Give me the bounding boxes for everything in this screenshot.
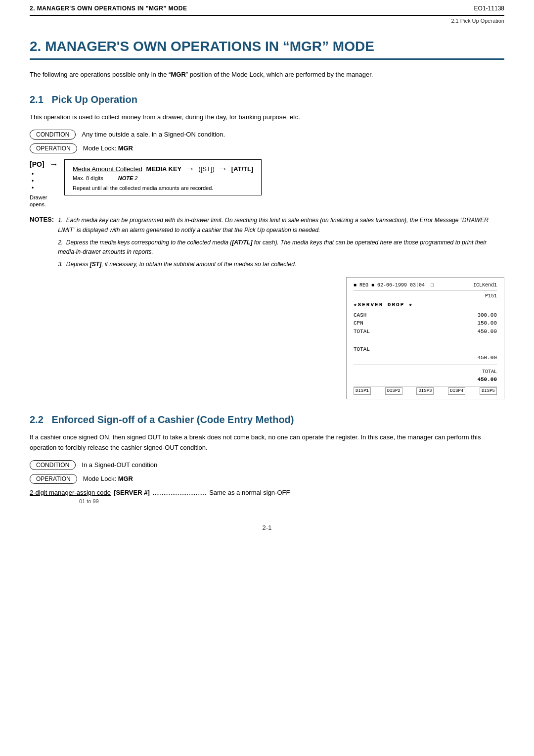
condition-row-22: CONDITION In a Signed-OUT condition <box>30 460 504 470</box>
section-22-title: Enforced Sign-off of a Cashier (Code Ent… <box>51 414 294 425</box>
flow-arrow-1: → <box>49 159 58 170</box>
sub-indent-01-99: 01 to 99 <box>79 498 504 504</box>
flow-dots: .............................. <box>153 489 206 496</box>
receipt-row-cash: CASH 300.00 <box>354 311 497 320</box>
doc-header: 2. MANAGER'S OWN OPERATIONS IN "MGR" MOD… <box>30 0 504 16</box>
receipt-row-total2: TOTAL <box>354 345 497 354</box>
receipt-header: ■ REG ■ 02-06-1999 03:04 □ ICLKend1 <box>354 282 497 290</box>
receipt-row-cpn: CPN 150.00 <box>354 319 497 328</box>
operation-badge-22: OPERATION <box>30 474 77 484</box>
flow-repeat-text: Repeat until all the collected media amo… <box>73 185 253 191</box>
flow-arrow-2: → <box>185 164 194 174</box>
operation-row-22: OPERATION Mode Lock: MGR <box>30 474 504 484</box>
section-21-body: This operation is used to collect money … <box>30 112 504 123</box>
receipt-total-label-bottom: TOTAL <box>354 368 497 376</box>
receipt-btn-disp2: DISP2 <box>385 387 402 395</box>
flow-diagram-21: [PO] → • • • Draweropens. Media Amount C… <box>30 159 504 208</box>
receipt-header-right: ICLKend1 <box>473 282 497 289</box>
section-21-number: 2.1 <box>30 94 44 105</box>
section-22: 2.2 Enforced Sign-off of a Cashier (Code… <box>30 414 504 504</box>
note-1: 1. Each media key can be programmed with… <box>58 216 504 235</box>
receipt-total1-value: 450.00 <box>477 328 497 336</box>
flow-code-box: 2-digit manager-assign code <box>30 489 111 496</box>
receipt-btn-disp1: DISP1 <box>354 387 371 395</box>
operation-row-21: OPERATION Mode Lock: MGR <box>30 143 504 153</box>
header-right: EO1-11138 <box>474 5 504 12</box>
receipt-btn-disp5: DISP5 <box>480 387 497 395</box>
notes-label: NOTES: <box>30 216 54 269</box>
flow-box1: Media Amount Collected <box>73 165 142 173</box>
flow-result: Same as a normal sign-OFF <box>209 489 290 496</box>
code-flow-row: 2-digit manager-assign code [SERVER #] .… <box>30 489 504 496</box>
receipt-container: ■ REG ■ 02-06-1999 03:04 □ ICLKend1 P151… <box>30 277 504 399</box>
receipt-cash-label: CASH <box>354 311 366 320</box>
section-22-heading: 2.2 Enforced Sign-off of a Cashier (Code… <box>30 414 504 425</box>
receipt-450-mid: 450.00 <box>354 354 497 362</box>
intro-paragraph: The following are operations possible on… <box>30 70 504 80</box>
receipt-header-left: ■ REG ■ 02-06-1999 03:04 □ <box>354 282 437 289</box>
section-22-number: 2.2 <box>30 414 44 425</box>
flow-server-hash: [SERVER #] <box>114 489 150 496</box>
receipt-row-total1: TOTAL 450.00 <box>354 328 497 336</box>
page-footer: 2-1 <box>30 524 504 531</box>
operation-text-22: Mode Lock: MGR <box>83 475 133 482</box>
chapter-title: 2. MANAGER'S OWN OPERATIONS IN “MGR” MOD… <box>30 39 504 60</box>
receipt-total-bottom: 450.00 <box>354 376 497 384</box>
flow-sub-maxdigits: Max. 8 digits <box>73 175 103 181</box>
chapter-number: 2. <box>30 39 41 54</box>
chapter-title-text: MANAGER'S OWN OPERATIONS IN “MGR” MODE <box>45 39 374 54</box>
flow-dot-2: • <box>32 178 34 185</box>
notes-section-21: NOTES: 1. Each media key can be programm… <box>30 216 504 269</box>
section-22-body: If a cashier once signed ON, then signed… <box>30 432 504 453</box>
operation-badge-21: OPERATION <box>30 143 77 153</box>
receipt-total1-label: TOTAL <box>354 328 370 336</box>
flow-mediakey: MEDIA KEY <box>144 165 181 173</box>
receipt-divider <box>354 365 497 365</box>
section-21-heading: 2.1 Pick Up Operation <box>30 94 504 105</box>
condition-row-21: CONDITION Any time outside a sale, in a … <box>30 130 504 140</box>
flow-note-label: NOTE 2 <box>118 175 138 181</box>
section-21-title: Pick Up Operation <box>51 94 137 105</box>
header-left: 2. MANAGER'S OWN OPERATIONS IN "MGR" MOD… <box>30 5 187 12</box>
operation-text-21: Mode Lock: MGR <box>83 144 133 152</box>
page-number: 2-1 <box>263 524 272 531</box>
flow-arrow-3: → <box>219 164 227 174</box>
receipt-p151: P151 <box>354 292 497 300</box>
receipt: ■ REG ■ 02-06-1999 03:04 □ ICLKend1 P151… <box>346 277 504 399</box>
flow-dot-3: • <box>32 185 34 191</box>
receipt-cash-value: 300.00 <box>477 311 497 320</box>
receipt-cpn-value: 150.00 <box>477 319 497 328</box>
receipt-total2-label: TOTAL <box>354 345 370 354</box>
flow-drawer-label: Draweropens. <box>30 194 47 208</box>
receipt-cpn-label: CPN <box>354 319 363 328</box>
condition-text-21: Any time outside a sale, in a Signed-ON … <box>82 131 225 138</box>
flow-box3: [AT/TL] <box>231 165 254 173</box>
receipt-server-drop: ★SERVER DROP ★ <box>354 301 497 309</box>
flow-dot-1: • <box>32 171 34 178</box>
condition-badge-21: CONDITION <box>30 130 76 140</box>
condition-text-22: In a Signed-OUT condition <box>82 461 157 469</box>
receipt-buttons: DISP1 DISP2 DISP3 DISP4 DISP5 <box>354 386 497 395</box>
condition-badge-22: CONDITION <box>30 460 76 470</box>
note-2: 2. Depress the media keys corresponding … <box>58 238 504 257</box>
flow-po-label: [PO] <box>30 160 44 168</box>
receipt-btn-disp3: DISP3 <box>416 387 434 395</box>
note-3: 3. Depress [ST], if necessary, to obtain… <box>58 260 504 269</box>
flow-box2: ([ST]) <box>198 165 215 173</box>
receipt-btn-disp4: DISP4 <box>448 387 465 395</box>
doc-subheader: 2.1 Pick Up Operation <box>30 18 504 24</box>
